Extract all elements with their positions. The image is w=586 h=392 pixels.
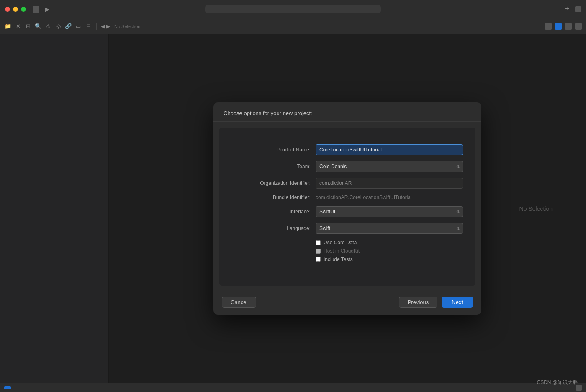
host-in-cloudkit-label: Host in CloudKit xyxy=(324,248,360,254)
title-bar-center xyxy=(205,5,381,13)
interface-label: Interface: xyxy=(232,209,316,215)
search-icon[interactable]: 🔍 xyxy=(34,23,42,30)
host-in-cloudkit-checkbox[interactable] xyxy=(316,249,321,254)
cancel-button[interactable]: Cancel xyxy=(222,297,256,308)
footer-right-buttons: Previous Next xyxy=(399,297,473,308)
editor-area: No Selection Choose options for your new… xyxy=(109,34,586,383)
inspector-icon[interactable] xyxy=(555,23,562,30)
run-button[interactable]: ▶ xyxy=(43,5,52,13)
dialog-overlay: Choose options for your new project: Pro… xyxy=(109,34,586,383)
use-core-data-row: Use Core Data xyxy=(232,240,463,246)
link-icon[interactable]: 🔗 xyxy=(64,23,72,30)
include-tests-checkbox[interactable] xyxy=(316,257,321,262)
traffic-lights xyxy=(5,7,26,12)
bundle-identifier-value: com.dictionAR.CoreLocationSwiftUITutoria… xyxy=(316,195,412,200)
ide-container: ▶ + 📁 ✕ ⊞ 🔍 ⚠ ◎ 🔗 ▭ ⊟ ◀ ▶ No Selection xyxy=(0,0,586,392)
org-identifier-label: Organization Identifier: xyxy=(232,180,316,186)
previous-button[interactable]: Previous xyxy=(399,297,438,308)
toolbar-right xyxy=(545,23,582,30)
use-core-data-label: Use Core Data xyxy=(324,240,357,246)
new-project-dialog: Choose options for your new project: Pro… xyxy=(213,102,481,315)
status-bar xyxy=(0,383,586,392)
product-name-label: Product Name: xyxy=(232,147,316,153)
nav-back-icon[interactable]: ◀ xyxy=(101,23,105,29)
language-row: Language: Swift Objective-C ⇅ xyxy=(232,223,463,234)
product-name-input[interactable] xyxy=(316,144,463,155)
help-icon[interactable] xyxy=(575,23,582,30)
grid-icon[interactable]: ⊞ xyxy=(24,23,32,30)
collapse-icon[interactable] xyxy=(575,6,581,12)
include-tests-row: Include Tests xyxy=(232,256,463,262)
title-bar: ▶ + xyxy=(0,0,586,18)
sidebar-toggle-icon[interactable] xyxy=(33,6,39,13)
language-select[interactable]: Swift Objective-C xyxy=(316,223,463,234)
org-identifier-row: Organization Identifier: xyxy=(232,178,463,189)
language-select-wrapper: Swift Objective-C ⇅ xyxy=(316,223,463,234)
dialog-body: Product Name: Team: Cole Dennis ⇅ xyxy=(219,128,475,286)
title-input[interactable] xyxy=(205,5,381,13)
left-sidebar xyxy=(0,34,109,383)
next-button[interactable]: Next xyxy=(442,297,473,308)
dialog-title: Choose options for your new project: xyxy=(213,102,481,122)
team-select-wrapper: Cole Dennis ⇅ xyxy=(316,161,463,172)
minimize-button[interactable] xyxy=(13,7,18,12)
library-icon[interactable] xyxy=(565,23,572,30)
dialog-footer: Cancel Previous Next xyxy=(213,292,481,315)
add-tab-button[interactable]: + xyxy=(562,4,572,14)
bundle-identifier-row: Bundle Identifier: com.dictionAR.CoreLoc… xyxy=(232,195,463,200)
nav-forward-icon[interactable]: ▶ xyxy=(106,23,110,29)
main-content: No Selection Choose options for your new… xyxy=(0,34,586,383)
use-core-data-checkbox[interactable] xyxy=(316,240,321,245)
rect-icon[interactable]: ▭ xyxy=(75,23,82,30)
grid2-icon[interactable]: ⊟ xyxy=(85,23,92,30)
editor-toggle-icon[interactable] xyxy=(545,23,552,30)
maximize-button[interactable] xyxy=(21,7,26,12)
interface-select-wrapper: SwiftUI Storyboard ⇅ xyxy=(316,206,463,217)
org-identifier-input[interactable] xyxy=(316,178,463,189)
close-button[interactable] xyxy=(5,7,10,12)
team-row: Team: Cole Dennis ⇅ xyxy=(232,161,463,172)
folder-icon[interactable]: 📁 xyxy=(4,23,12,30)
language-label: Language: xyxy=(232,225,316,231)
host-in-cloudkit-row: Host in CloudKit xyxy=(232,248,463,254)
interface-row: Interface: SwiftUI Storyboard ⇅ xyxy=(232,206,463,217)
close-icon[interactable]: ✕ xyxy=(14,23,22,30)
product-name-row: Product Name: xyxy=(232,144,463,155)
team-select[interactable]: Cole Dennis xyxy=(316,161,463,172)
status-indicator xyxy=(4,386,11,389)
circle-icon[interactable]: ◎ xyxy=(54,23,62,30)
team-label: Team: xyxy=(232,164,316,169)
toolbar: 📁 ✕ ⊞ 🔍 ⚠ ◎ 🔗 ▭ ⊟ ◀ ▶ No Selection xyxy=(0,18,586,34)
bundle-identifier-label: Bundle Identifier: xyxy=(232,195,316,200)
interface-select[interactable]: SwiftUI Storyboard xyxy=(316,206,463,217)
include-tests-label: Include Tests xyxy=(324,256,353,262)
warning-icon[interactable]: ⚠ xyxy=(44,23,52,30)
no-selection-toolbar-label: No Selection xyxy=(114,24,140,29)
